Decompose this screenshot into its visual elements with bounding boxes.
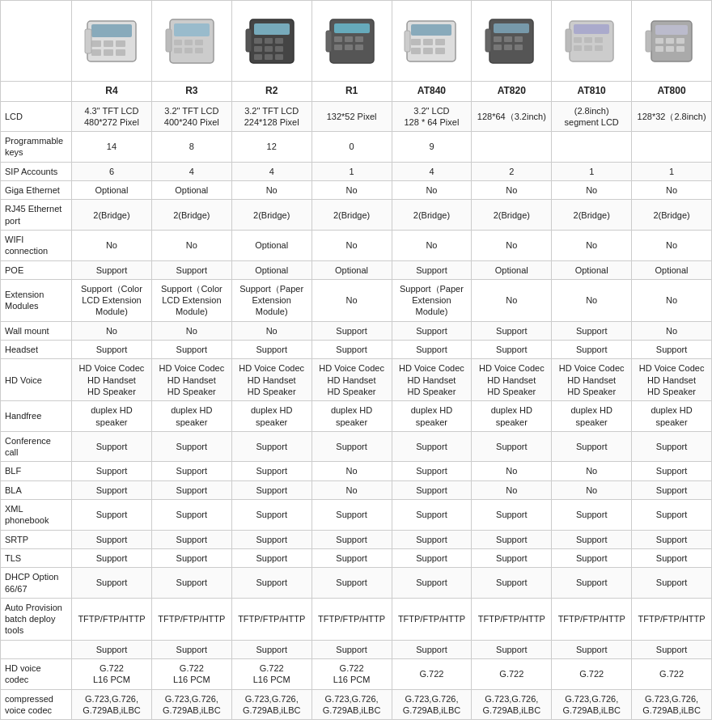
svg-rect-11 xyxy=(174,40,182,45)
table-row: HD voice codecG.722 L16 PCMG.722 L16 PCM… xyxy=(1,658,712,689)
table-cell: AT800 xyxy=(632,82,712,102)
table-cell: Support（Color LCD Extension Module) xyxy=(151,279,231,321)
svg-rect-1 xyxy=(91,24,132,37)
table-cell: Support xyxy=(312,321,392,340)
table-cell: Support xyxy=(231,341,312,359)
table-cell: 3.2" TFT LCD 224*128 Pixel xyxy=(231,101,312,132)
table-cell: G.722 xyxy=(392,658,472,689)
table-cell: 2(Bridge) xyxy=(231,200,312,231)
table-cell: Support xyxy=(72,530,152,548)
svg-rect-21 xyxy=(265,38,273,44)
table-row: HeadsetSupportSupportSupportSupportSuppo… xyxy=(1,341,712,359)
table-cell: Support xyxy=(632,462,712,480)
table-cell: Support xyxy=(472,640,552,658)
svg-rect-23 xyxy=(254,46,262,52)
table-row: Auto Provision batch deploy toolsTFTP/FT… xyxy=(1,598,712,640)
table-cell: Support xyxy=(392,431,472,462)
table-cell: Support xyxy=(72,500,152,531)
table-cell: Optional xyxy=(231,260,312,279)
row-label: Handfree xyxy=(1,401,72,432)
table-cell: Support xyxy=(632,431,712,462)
table-row: LCD4.3" TFT LCD 480*272 Pixel3.2" TFT LC… xyxy=(1,101,712,132)
table-cell: No xyxy=(312,181,392,200)
table-cell: G.722 L16 PCM xyxy=(72,658,152,689)
table-cell: Support xyxy=(632,530,712,548)
table-cell: AT810 xyxy=(552,82,632,102)
row-label: Programmable keys xyxy=(1,132,72,163)
table-cell: Support（Color LCD Extension Module) xyxy=(72,279,152,321)
table-cell: 132*52 Pixel xyxy=(312,101,392,132)
table-cell: duplex HD speaker xyxy=(151,401,231,432)
svg-rect-52 xyxy=(515,36,523,42)
table-row: HD VoiceHD Voice Codec HD Handset HD Spe… xyxy=(1,359,712,401)
table-cell: Support xyxy=(552,530,632,548)
table-cell: No xyxy=(472,279,552,321)
row-label xyxy=(1,640,72,658)
table-row: WIFI connectionNoNoOptionalNoNoNoNoNo xyxy=(1,230,712,260)
row-label: HD voice codec xyxy=(1,658,72,689)
table-cell: G.723,G.726, G.729AB,iLBC xyxy=(231,689,312,720)
row-label: DHCP Option 66/67 xyxy=(1,568,72,599)
svg-rect-73 xyxy=(676,46,684,52)
table-cell: No xyxy=(312,230,392,260)
table-cell: TFTP/FTP/HTTP xyxy=(392,598,472,640)
table-cell: No xyxy=(632,279,712,321)
table-row: XML phonebookSupportSupportSupportSuppor… xyxy=(1,500,712,531)
table-cell: HD Voice Codec HD Handset HD Speaker xyxy=(552,359,632,401)
table-row: DHCP Option 66/67SupportSupportSupportSu… xyxy=(1,568,712,599)
svg-rect-40 xyxy=(411,24,451,36)
table-cell: Support xyxy=(472,341,552,359)
table-cell: 2 xyxy=(472,162,552,180)
table-cell: 3.2" LCD 128 * 64 Pixel xyxy=(392,101,472,132)
table-cell: Support xyxy=(632,500,712,531)
table-cell: AT840 xyxy=(392,82,472,102)
svg-rect-68 xyxy=(655,38,663,44)
table-cell: R1 xyxy=(312,82,392,102)
svg-rect-50 xyxy=(494,36,502,42)
table-cell: duplex HD speaker xyxy=(72,401,152,432)
svg-rect-34 xyxy=(355,36,363,42)
table-cell: No xyxy=(552,480,632,499)
row-label: HD Voice xyxy=(1,359,72,401)
table-cell: Optional xyxy=(151,181,231,200)
table-row: SIP Accounts64414211 xyxy=(1,162,712,180)
table-cell: Support xyxy=(72,640,152,658)
svg-rect-4 xyxy=(116,40,125,47)
table-cell: No xyxy=(312,279,392,321)
table-cell: HD Voice Codec HD Handset HD Speaker xyxy=(231,359,312,401)
phone-image-r4 xyxy=(72,1,152,82)
table-row: RJ45 Ethernet port2(Bridge)2(Bridge)2(Br… xyxy=(1,200,712,231)
table-cell: HD Voice Codec HD Handset HD Speaker xyxy=(312,359,392,401)
row-label: BLA xyxy=(1,480,72,499)
svg-rect-37 xyxy=(355,44,363,50)
table-cell: duplex HD speaker xyxy=(231,401,312,432)
table-cell: Support xyxy=(392,530,472,548)
svg-rect-14 xyxy=(174,48,182,53)
svg-rect-61 xyxy=(595,37,603,43)
svg-rect-5 xyxy=(91,49,101,56)
table-cell: Support xyxy=(231,462,312,480)
svg-rect-32 xyxy=(334,36,342,42)
table-cell: G.723,G.726, G.729AB,iLBC xyxy=(472,689,552,720)
table-cell: Support xyxy=(392,480,472,499)
table-cell: 4.3" TFT LCD 480*272 Pixel xyxy=(72,101,152,132)
table-cell: Support xyxy=(151,500,231,531)
table-cell: No xyxy=(72,230,152,260)
svg-rect-55 xyxy=(515,44,523,50)
table-cell: Support xyxy=(151,530,231,548)
table-cell: No xyxy=(72,321,152,340)
table-row: SRTPSupportSupportSupportSupportSupportS… xyxy=(1,530,712,548)
table-cell: G.723,G.726, G.729AB,iLBC xyxy=(312,689,392,720)
table-cell: Support xyxy=(552,568,632,599)
table-cell: R3 xyxy=(151,82,231,102)
table-cell: 128*64（3.2inch) xyxy=(472,101,552,132)
table-cell: Support xyxy=(312,640,392,658)
table-cell: Support xyxy=(151,260,231,279)
table-cell: Support xyxy=(312,431,392,462)
table-row: Conference callSupportSupportSupportSupp… xyxy=(1,431,712,462)
table-cell: Support xyxy=(312,500,392,531)
table-cell: Support xyxy=(151,341,231,359)
table-row: compressed voice codecG.723,G.726, G.729… xyxy=(1,689,712,720)
row-label: WIFI connection xyxy=(1,230,72,260)
svg-rect-27 xyxy=(265,54,273,60)
